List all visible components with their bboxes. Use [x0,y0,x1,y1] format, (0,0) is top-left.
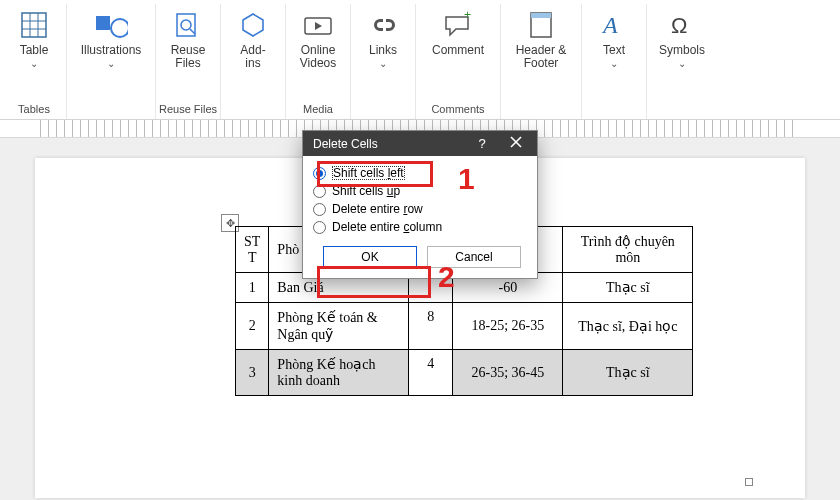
chevron-down-icon: ⌄ [107,58,115,69]
group-reuse-label: Reuse Files [159,101,217,119]
group-symbols: Ω Symbols ⌄ [647,4,717,119]
links-button[interactable]: Links ⌄ [353,4,413,73]
table-button[interactable]: Table ⌄ [4,4,64,73]
radio-icon [313,221,326,234]
dialog-close-button[interactable] [499,136,533,151]
text-label: Text [603,44,625,57]
radio-icon [313,185,326,198]
ok-button[interactable]: OK [323,246,417,268]
option-delete-row[interactable]: Delete entire row [313,200,527,218]
group-header-footer: Header & Footer [501,4,582,119]
svg-marker-12 [315,22,322,30]
group-text: A Text ⌄ [582,4,647,119]
online-videos-label: Online Videos [300,44,336,70]
symbols-label: Symbols [659,44,705,57]
cell-mon[interactable]: Thạc sĩ [563,273,693,303]
chevron-down-icon: ⌄ [30,58,38,69]
th-chuyenmon[interactable]: Trình độ chuyên môn [563,227,693,273]
svg-text:A: A [601,12,618,38]
dialog-title: Delete Cells [313,137,465,151]
table-row: 3 Phòng Kế hoạch kinh doanh 4 26-35; 36-… [236,350,693,396]
th-stt[interactable]: ST T [236,227,269,273]
comment-icon: + [441,8,475,42]
svg-marker-10 [243,14,263,36]
shapes-icon [94,8,128,42]
chevron-down-icon: ⌄ [610,58,618,69]
online-videos-button[interactable]: Online Videos [288,4,348,74]
text-icon: A [597,8,631,42]
option-delete-column[interactable]: Delete entire column [313,218,527,236]
text-button[interactable]: A Text ⌄ [584,4,644,73]
cell-n[interactable]: 2 [236,303,269,350]
group-comments: + Comment Comments [416,4,501,119]
cell-mon[interactable]: Thạc sĩ, Đại học [563,303,693,350]
dialog-help-button[interactable]: ? [465,136,499,151]
dialog-body: Shift cells left Shift cells up Delete e… [303,156,537,278]
video-icon [301,8,335,42]
option-shift-up[interactable]: Shift cells up [313,182,527,200]
comment-label: Comment [432,44,484,57]
option-label: Delete entire row [332,202,423,216]
svg-rect-7 [177,14,195,36]
dialog-titlebar[interactable]: Delete Cells ? [303,131,537,156]
addins-icon [236,8,270,42]
table-row: 2 Phòng Kế toán & Ngân quỹ 8 18-25; 26-3… [236,303,693,350]
addins-button[interactable]: Add- ins [223,4,283,74]
header-footer-button[interactable]: Header & Footer [503,4,579,74]
group-links: Links ⌄ [351,4,416,119]
svg-rect-15 [531,13,551,18]
illustrations-button[interactable]: Illustrations ⌄ [69,4,153,73]
link-icon [366,8,400,42]
group-media: Online Videos Media [286,4,351,119]
cell-n[interactable]: 1 [236,273,269,303]
links-label: Links [369,44,397,57]
dialog-buttons: OK Cancel [313,246,527,268]
cell-phong[interactable]: Phòng Kế hoạch kinh doanh [269,350,409,396]
cell-so[interactable]: 4 [409,350,453,396]
cell-n[interactable]: 3 [236,350,269,396]
radio-icon [313,167,326,180]
group-comments-label: Comments [431,101,484,119]
svg-rect-5 [96,16,110,30]
svg-rect-0 [22,13,46,37]
group-tables: Table ⌄ Tables [2,4,67,119]
illustrations-label: Illustrations [81,44,142,57]
chevron-down-icon: ⌄ [379,58,387,69]
group-illustrations: Illustrations ⌄ [67,4,156,119]
chevron-down-icon: ⌄ [678,58,686,69]
omega-icon: Ω [665,8,699,42]
cell-tuoi[interactable]: 26-35; 36-45 [453,350,563,396]
svg-point-6 [111,19,128,37]
svg-point-8 [181,20,191,30]
comment-button[interactable]: + Comment [418,4,498,61]
group-tables-label: Tables [18,101,50,119]
cancel-button[interactable]: Cancel [427,246,521,268]
group-addins: Add- ins [221,4,286,119]
option-label: Delete entire column [332,220,442,234]
svg-text:+: + [464,11,471,22]
delete-cells-dialog: Delete Cells ? Shift cells left Shift ce… [302,130,538,279]
reuse-files-icon [171,8,205,42]
table-resize-handle[interactable] [745,478,753,486]
group-media-label: Media [303,101,333,119]
cell-phong[interactable]: Phòng Kế toán & Ngân quỹ [269,303,409,350]
option-shift-left[interactable]: Shift cells left [313,164,527,182]
reuse-files-label: Reuse Files [171,44,206,70]
table-icon [17,8,51,42]
header-footer-icon [524,8,558,42]
option-label: Shift cells left [332,166,405,180]
reuse-files-button[interactable]: Reuse Files [158,4,218,74]
ribbon: Table ⌄ Tables Illustrations ⌄ Reuse Fi [0,0,840,120]
table-label: Table [20,44,49,57]
symbols-button[interactable]: Ω Symbols ⌄ [649,4,715,73]
cell-tuoi[interactable]: 18-25; 26-35 [453,303,563,350]
option-label: Shift cells up [332,184,400,198]
svg-text:Ω: Ω [671,13,687,38]
header-footer-label: Header & Footer [516,44,567,70]
addins-label: Add- ins [240,44,265,70]
group-reuse: Reuse Files Reuse Files [156,4,221,119]
cell-mon[interactable]: Thạc sĩ [563,350,693,396]
cell-so[interactable]: 8 [409,303,453,350]
radio-icon [313,203,326,216]
close-icon [510,136,522,148]
